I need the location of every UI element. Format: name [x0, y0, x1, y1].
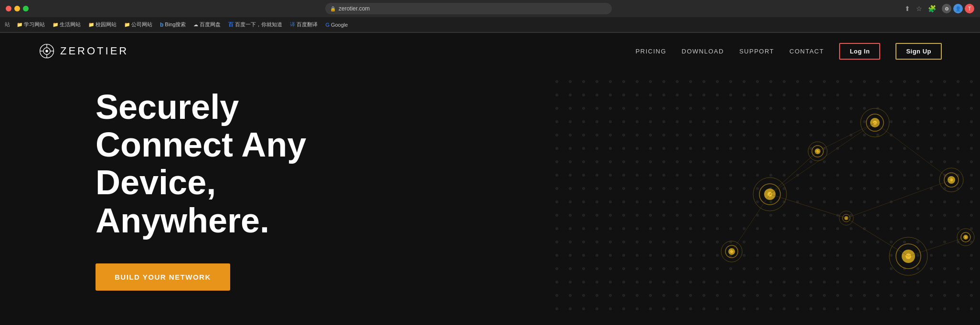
bookmark-folder-icon: 📁: [17, 22, 22, 27]
logo-icon: [38, 42, 55, 60]
login-button[interactable]: Log In: [839, 43, 880, 60]
build-network-button[interactable]: BUILD YOUR NETWORK: [96, 263, 230, 291]
close-button[interactable]: [6, 6, 11, 11]
logo-area: ZEROTIER: [38, 42, 128, 60]
svg-point-2: [45, 50, 48, 52]
minimize-button[interactable]: [14, 6, 20, 11]
bookmark-company-label: 公司网站: [131, 21, 152, 28]
ext-icon-3[interactable]: T: [965, 4, 974, 13]
hero-title-line1: Securely Connect Any: [96, 88, 306, 164]
extension-icon[interactable]: 🧩: [928, 5, 936, 12]
browser-chrome: 🔒 zerotier.com ⬆ ☆ 🧩 ⚙ 👤 T 站 📁 学习网站 📁 生活…: [0, 0, 980, 33]
maximize-button[interactable]: [23, 6, 29, 11]
bookmark-campus[interactable]: 📁 校园网站: [85, 20, 119, 29]
bookmark-bing-icon: b: [160, 21, 163, 28]
bookmark-icon[interactable]: ☆: [916, 5, 922, 12]
bookmark-campus-label: 校园网站: [96, 21, 117, 28]
nav-support[interactable]: SUPPORT: [739, 48, 774, 55]
bookmark-campus-icon: 📁: [88, 22, 94, 27]
hero-title: Securely Connect Any Device, Anywhere.: [96, 88, 382, 240]
extension-buttons: ⚙ 👤 T: [942, 4, 974, 13]
ext-icon-2[interactable]: 👤: [953, 4, 963, 13]
bookmark-bing[interactable]: b Bing搜索: [157, 20, 189, 29]
url-text: zerotier.com: [339, 5, 370, 12]
network-svg: [550, 75, 980, 314]
logo-text: ZEROTIER: [60, 45, 128, 57]
bookmark-company[interactable]: 📁 公司网站: [121, 20, 155, 29]
traffic-lights: [6, 6, 29, 11]
bookmark-google-icon: G: [325, 22, 330, 28]
site-wrapper: ZEROTIER PRICING DOWNLOAD SUPPORT CONTAC…: [0, 33, 980, 319]
browser-titlebar: 🔒 zerotier.com ⬆ ☆ 🧩 ⚙ 👤 T: [0, 0, 980, 17]
site-header: ZEROTIER PRICING DOWNLOAD SUPPORT CONTAC…: [0, 33, 980, 69]
bookmark-baidu-translate[interactable]: 译 百度翻译: [287, 20, 320, 29]
nav-contact[interactable]: CONTACT: [789, 48, 824, 55]
bookmarks-bar: 站 📁 学习网站 📁 生活网站 📁 校园网站 📁 公司网站 b Bing搜索 ☁…: [0, 17, 980, 32]
nav-links: PRICING DOWNLOAD SUPPORT CONTACT: [636, 48, 824, 55]
bookmark-baidu-search-icon: 百: [228, 21, 234, 28]
nav-area: PRICING DOWNLOAD SUPPORT CONTACT Log In …: [636, 43, 942, 60]
lock-icon: 🔒: [330, 6, 336, 11]
network-visualization: [550, 75, 980, 314]
bookmark-translate-label: 百度翻译: [297, 21, 318, 28]
url-bar[interactable]: 🔒 zerotier.com: [325, 3, 612, 14]
browser-toolbar-icons: ⬆ ☆ 🧩 ⚙ 👤 T: [905, 4, 974, 13]
bookmark-baidu-search-label: 百度一下，你就知道: [235, 21, 282, 28]
hero-section: Securely Connect Any Device, Anywhere. B…: [0, 69, 980, 319]
hero-content: Securely Connect Any Device, Anywhere. B…: [96, 88, 382, 291]
bookmark-baidu-pan[interactable]: ☁ 百度网盘: [191, 20, 224, 29]
hero-title-line2: Device, Anywhere.: [96, 163, 269, 239]
bookmark-google[interactable]: G Google: [322, 21, 351, 29]
nav-download[interactable]: DOWNLOAD: [682, 48, 724, 55]
bookmark-life-icon: 📁: [53, 22, 58, 27]
bookmark-translate-icon: 译: [290, 21, 295, 28]
bookmarks-label: 站: [5, 21, 10, 28]
nav-pricing[interactable]: PRICING: [636, 48, 667, 55]
bookmark-baidu-pan-label: 百度网盘: [200, 21, 221, 28]
bookmark-life-label: 生活网站: [60, 21, 81, 28]
bookmark-google-label: Google: [331, 22, 348, 28]
bookmark-company-icon: 📁: [124, 22, 130, 27]
bookmark-study[interactable]: 📁 学习网站: [14, 20, 48, 29]
bookmark-life[interactable]: 📁 生活网站: [50, 20, 84, 29]
bookmark-baidu-search[interactable]: 百 百度一下，你就知道: [225, 20, 285, 29]
bookmark-study-label: 学习网站: [24, 21, 45, 28]
ext-icon-1[interactable]: ⚙: [942, 4, 951, 13]
share-icon[interactable]: ⬆: [905, 5, 910, 12]
bookmark-bing-label: Bing搜索: [165, 21, 186, 28]
signup-button[interactable]: Sign Up: [895, 43, 942, 60]
bookmark-baidu-pan-icon: ☁: [193, 22, 198, 27]
